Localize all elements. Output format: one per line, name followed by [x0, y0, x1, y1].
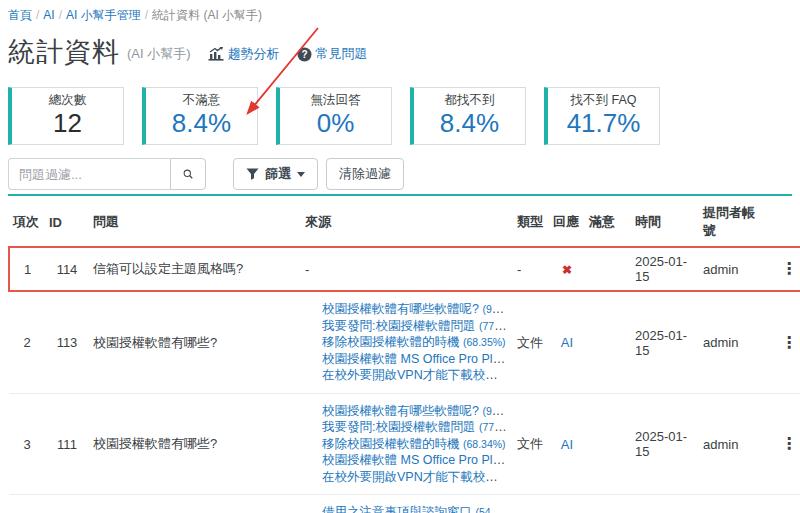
source-score: (97.81%) — [482, 302, 509, 316]
trend-analysis-link[interactable]: 趨勢分析 — [208, 45, 280, 63]
stat-value: 12 — [14, 109, 121, 138]
table-row: 2113校園授權軟體有哪些?校園授權軟體有哪些軟體呢? (97.81%)我要發問… — [9, 291, 800, 393]
source-list: 校園授權軟體有哪些軟體呢? (97.81%)我要發問:校園授權軟體問題 (77.… — [305, 301, 509, 384]
row-question-cell: 借用的視訊設備項目有? — [89, 495, 301, 513]
row-type-cell: - — [513, 247, 549, 291]
stats-table-body: 1114信箱可以設定主題風格嗎?--✖2025-01-15admin⋮2113校… — [9, 247, 800, 513]
stat-card-nothing-found: 都找不到 8.4% — [410, 87, 526, 145]
faq-link[interactable]: ? 常見問題 — [297, 45, 368, 63]
row-id-cell: 111 — [45, 393, 89, 495]
source-item: 移除校園授權軟體的時機 (68.35%) — [322, 334, 509, 351]
row-id-cell: 62 — [45, 495, 89, 513]
source-list: 借用之注意事項與諮詢窗口 (54.02%)有關筆記型電腦借用 (46.43%)有… — [305, 504, 509, 513]
stat-label: 總次數 — [14, 93, 121, 108]
page-title: 統計資料 — [8, 38, 120, 66]
statistics-table: 項次 ID 問題 來源 類型 回應 滿意 時間 提問者帳號 1114信箱可以設定… — [8, 196, 800, 513]
stat-label: 不滿意 — [148, 93, 255, 108]
table-row: 462借用的視訊設備項目有?借用之注意事項與諮詢窗口 (54.02%)有關筆記型… — [9, 495, 800, 513]
row-index-cell: 1 — [9, 247, 45, 291]
row-satisfied-cell — [585, 247, 631, 291]
row-user-cell: admin — [699, 291, 771, 393]
col-header-type: 類型 — [513, 196, 549, 247]
stat-cards: 總次數 12 不滿意 8.4% 無法回答 0% 都找不到 8.4% 找不到 FA… — [8, 87, 792, 145]
source-score: (68.35%) — [463, 336, 506, 348]
row-source-cell: 校園授權軟體有哪些軟體呢? (97.81%)我要發問:校園授權軟體問題 (77.… — [301, 393, 513, 495]
source-link[interactable]: 我要發問:校園授權軟體問題 — [322, 420, 475, 434]
caret-down-icon — [297, 172, 305, 177]
breadcrumb-home-link[interactable]: 首頁 — [8, 8, 32, 22]
row-question-cell: 信箱可以設定主題風格嗎? — [89, 247, 301, 291]
row-index-cell: 4 — [9, 495, 45, 513]
source-link[interactable]: 校園授權軟體 MS Office Pro Plus 啟用 (... — [322, 352, 509, 366]
stat-value: 8.4% — [416, 109, 523, 138]
row-question-cell: 校園授權軟體有哪些? — [89, 393, 301, 495]
statistics-page: 首頁/AI/AI 小幫手管理/統計資料 (AI 小幫手) 統計資料 (AI 小幫… — [0, 0, 800, 513]
row-id-cell: 114 — [45, 247, 89, 291]
stat-card-no-faq: 找不到 FAQ 41.7% — [544, 87, 660, 145]
source-link[interactable]: 移除校園授權軟體的時機 — [322, 437, 460, 451]
col-header-menu — [771, 196, 800, 247]
source-link[interactable]: 校園授權軟體 MS Office Pro Plus 啟用 (... — [322, 453, 509, 467]
source-link[interactable]: 我要發問:校園授權軟體問題 — [322, 319, 475, 333]
source-item: 校園授權軟體有哪些軟體呢? (97.81%) — [322, 403, 509, 420]
source-list: 校園授權軟體有哪些軟體呢? (97.81%)我要發問:校園授權軟體問題 (77.… — [305, 403, 509, 486]
filter-bar: 篩選 清除過濾 — [8, 158, 792, 190]
search-button[interactable] — [170, 158, 206, 190]
row-satisfied-cell — [585, 393, 631, 495]
row-type-cell: 文件 — [513, 495, 549, 513]
breadcrumb-ai-helper-admin-link[interactable]: AI 小幫手管理 — [66, 8, 141, 22]
source-link[interactable]: 在校外要開啟VPN才能下載校園授權軟體... — [322, 470, 509, 484]
row-source-cell: 校園授權軟體有哪些軟體呢? (97.81%)我要發問:校園授權軟體問題 (77.… — [301, 291, 513, 393]
stat-card-dissatisfied: 不滿意 8.4% — [142, 87, 258, 145]
source-link[interactable]: 移除校園授權軟體的時機 — [322, 335, 460, 349]
response-ai-link[interactable]: AI — [561, 335, 573, 350]
source-item: 我要發問:校園授權軟體問題 (77.04%) — [322, 318, 509, 335]
row-menu-cell: ⋮ — [771, 291, 800, 393]
source-link[interactable]: 校園授權軟體有哪些軟體呢? — [322, 302, 479, 316]
breadcrumb-separator: / — [36, 8, 39, 22]
stat-value: 41.7% — [550, 109, 657, 138]
source-link[interactable]: 校園授權軟體有哪些軟體呢? — [322, 404, 479, 418]
table-row: 1114信箱可以設定主題風格嗎?--✖2025-01-15admin⋮ — [9, 247, 800, 291]
clear-filter-button[interactable]: 清除過濾 — [326, 158, 404, 190]
svg-text:?: ? — [301, 49, 307, 60]
row-source-cell: 借用之注意事項與諮詢窗口 (54.02%)有關筆記型電腦借用 (46.43%)有… — [301, 495, 513, 513]
question-filter-input[interactable] — [8, 158, 170, 190]
breadcrumb-ai-link[interactable]: AI — [43, 8, 54, 22]
row-actions-menu[interactable]: ⋮ — [775, 436, 800, 452]
table-header-row: 項次 ID 問題 來源 類型 回應 滿意 時間 提問者帳號 — [9, 196, 800, 247]
col-header-source: 來源 — [301, 196, 513, 247]
row-time-cell: 2025-01-15 — [631, 247, 699, 291]
breadcrumb-separator: / — [59, 8, 62, 22]
question-circle-icon: ? — [297, 47, 312, 62]
source-score: (77.04%) — [479, 420, 509, 434]
source-item: 校園授權軟體 MS Office Pro Plus 啟用 (... — [322, 351, 509, 368]
source-link[interactable]: 借用之注意事項與諮詢窗口 — [322, 505, 472, 513]
source-item: 在校外要開啟VPN才能下載校園授權軟體... — [322, 469, 509, 486]
page-header: 統計資料 (AI 小幫手) 趨勢分析 ? 常見問題 — [8, 38, 792, 66]
source-link[interactable]: 在校外要開啟VPN才能下載校園授權軟體... — [322, 368, 509, 382]
source-score: (77.04%) — [479, 319, 509, 333]
source-score: (97.81%) — [482, 404, 509, 418]
source-item: 校園授權軟體有哪些軟體呢? (97.81%) — [322, 301, 509, 318]
trend-chart-icon — [208, 47, 224, 61]
row-actions-menu[interactable]: ⋮ — [775, 335, 800, 351]
col-header-response: 回應 — [549, 196, 585, 247]
breadcrumb-current: 統計資料 (AI 小幫手) — [152, 8, 262, 22]
filter-dropdown-button[interactable]: 篩選 — [233, 158, 318, 190]
row-actions-menu[interactable]: ⋮ — [775, 261, 800, 277]
row-satisfied-cell — [585, 495, 631, 513]
row-response-cell: AI — [549, 393, 585, 495]
stat-label: 無法回答 — [282, 93, 389, 108]
source-item: 校園授權軟體 MS Office Pro Plus 啟用 (... — [322, 452, 509, 469]
row-satisfied-cell — [585, 291, 631, 393]
trend-analysis-label: 趨勢分析 — [228, 45, 280, 63]
row-source-cell: - — [301, 247, 513, 291]
col-header-id: ID — [45, 196, 89, 247]
response-ai-link[interactable]: AI — [561, 437, 573, 452]
red-cross-icon: ✖ — [562, 263, 572, 277]
page-subtitle: (AI 小幫手) — [127, 45, 191, 63]
row-menu-cell: ⋮ — [771, 495, 800, 513]
row-user-cell: admin — [699, 393, 771, 495]
breadcrumb-separator: / — [145, 8, 148, 22]
